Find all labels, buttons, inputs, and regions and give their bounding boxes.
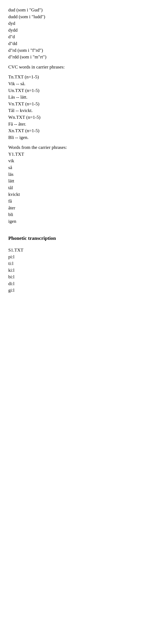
phonetic-list-section: S1.TXT pi:l ti:l ki:l bi:l di:l gi:l xyxy=(8,247,151,294)
cvc-carrier-phrases-section: CVC words in carrier phrases: xyxy=(8,64,151,70)
phonetic-transcription-section: Phonetic transcription xyxy=(8,234,151,242)
cvc-words-list: dud (som i "Gud") dudd (som i "ludd") dy… xyxy=(8,6,151,60)
cvc-words-list-section: dud (som i "Gud") dudd (som i "ludd") dy… xyxy=(8,6,151,60)
cvc-carrier-list-section: Tn.TXT (n=1-5) Vik -- så. Un.TXT (n=1-5)… xyxy=(8,74,151,141)
phonetic-list: S1.TXT pi:l ti:l ki:l bi:l di:l gi:l xyxy=(8,247,151,294)
cvc-carrier-header: CVC words in carrier phrases: xyxy=(8,64,151,70)
cvc-carrier-list: Tn.TXT (n=1-5) Vik -- så. Un.TXT (n=1-5)… xyxy=(8,74,151,141)
phonetic-heading: Phonetic transcription xyxy=(8,234,151,242)
page-content: dud (som i "Gud") dudd (som i "ludd") dy… xyxy=(8,6,151,294)
words-from-carrier-list: Y1.TXT vik så läs lätt tål kvickt få åte… xyxy=(8,151,151,225)
words-from-carrier-section: Words from the carrier phrases: Y1.TXT v… xyxy=(8,144,151,224)
words-from-carrier-header: Words from the carrier phrases: xyxy=(8,144,151,151)
